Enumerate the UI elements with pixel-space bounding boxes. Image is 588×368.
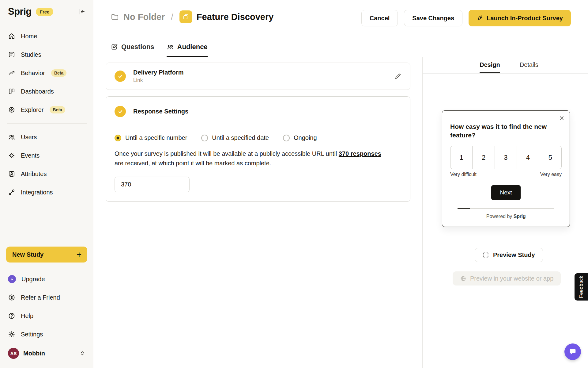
tab-audience-label: Audience	[177, 43, 208, 51]
survey-next-button[interactable]: Next	[491, 185, 520, 200]
new-study-label: New Study	[6, 247, 71, 263]
tab-audience[interactable]: Audience	[167, 43, 208, 57]
tab-details[interactable]: Details	[520, 61, 538, 73]
sidebar-item-attributes[interactable]: Attributes	[4, 165, 89, 183]
home-icon	[8, 33, 15, 40]
delivery-platform-value: Link	[133, 77, 184, 83]
preview-panel: Design Details How easy was it to find t…	[423, 57, 588, 368]
beta-badge: Beta	[51, 69, 66, 77]
sidebar-item-help[interactable]: Help	[4, 307, 89, 325]
sidebar-item-label: Home	[21, 33, 37, 40]
response-settings-title: Response Settings	[133, 108, 188, 115]
new-study-button[interactable]: New Study +	[6, 247, 87, 263]
sidebar-item-dashboards[interactable]: Dashboards	[4, 82, 89, 101]
tab-questions[interactable]: Questions	[111, 43, 154, 57]
radio-button-icon[interactable]	[201, 135, 208, 141]
preview-in-website-button[interactable]: Preview in your website or app	[453, 271, 561, 286]
sidebar-item-settings[interactable]: Settings	[4, 325, 89, 343]
sidebar-item-label: Dashboards	[21, 88, 54, 95]
scale-option-2[interactable]: 2	[473, 146, 495, 169]
pencil-square-icon	[111, 43, 118, 51]
response-settings-card: Response Settings Until a specific numbe…	[106, 96, 410, 202]
delivery-platform-title: Delivery Platform	[133, 69, 184, 76]
sidebar-item-users[interactable]: Users	[4, 128, 89, 146]
header-actions: Cancel Save Changes Launch In-Product Su…	[361, 10, 571, 26]
scale-option-3[interactable]: 3	[495, 146, 517, 169]
sidebar-item-home[interactable]: Home	[4, 27, 89, 45]
rocket-icon	[477, 15, 483, 21]
check-circle-icon	[115, 71, 126, 82]
study-type-icon	[179, 10, 192, 23]
breadcrumb: No Folder / Feature Discovery	[111, 10, 273, 23]
breadcrumb-folder[interactable]: No Folder	[123, 12, 165, 22]
response-count-input[interactable]	[115, 177, 190, 192]
radio-label: Ongoing	[294, 134, 317, 141]
collapse-sidebar-icon[interactable]	[78, 8, 85, 15]
radio-button-icon[interactable]	[115, 135, 121, 141]
plus-icon[interactable]: +	[71, 247, 87, 263]
sidebar-item-label: Behavior	[21, 70, 45, 77]
scale-option-5[interactable]: 5	[539, 146, 561, 169]
sidebar-item-label: Help	[21, 312, 33, 320]
explorer-icon	[8, 106, 15, 113]
sidebar-item-label: Explorer	[21, 106, 43, 113]
sidebar-item-integrations[interactable]: Integrations	[4, 183, 89, 201]
sidebar-item-refer-a-friend[interactable]: Refer a Friend	[4, 288, 89, 307]
expand-icon	[483, 252, 489, 258]
sidebar-item-behavior[interactable]: Behavior Beta	[4, 64, 89, 82]
account-switcher[interactable]: AS Mobbin	[4, 345, 89, 362]
beta-badge: Beta	[50, 106, 65, 113]
sidebar: Sprig Free Home Studies Behavior Beta	[0, 0, 93, 368]
radio-label: Until a specified date	[212, 134, 269, 141]
radio-until-specified-date[interactable]: Until a specified date	[201, 134, 269, 141]
survey-progress-bar	[458, 208, 554, 209]
sidebar-spacer	[4, 201, 89, 247]
radio-label: Until a specific number	[125, 134, 187, 141]
responses-count-emphasis: 370 responses	[339, 150, 381, 157]
response-limit-options: Until a specific number Until a specifie…	[115, 134, 401, 141]
radio-button-icon[interactable]	[283, 135, 290, 141]
dollar-circle-icon	[8, 294, 15, 301]
sidebar-item-label: Users	[21, 134, 37, 141]
preview-study-button[interactable]: Preview Study	[475, 248, 543, 262]
behavior-icon	[8, 69, 15, 77]
sidebar-item-explorer[interactable]: Explorer Beta	[4, 101, 89, 119]
feedback-tab[interactable]: Feedback	[575, 273, 588, 301]
attributes-icon	[8, 170, 15, 178]
sidebar-item-label: Integrations	[21, 189, 53, 196]
preview-study-label: Preview Study	[493, 251, 535, 259]
launch-survey-label: Launch In-Product Survey	[487, 15, 563, 22]
sidebar-item-label: Settings	[21, 331, 43, 338]
sidebar-nav: Home Studies Behavior Beta Dashboards Ex…	[4, 27, 89, 201]
powered-by: Powered by Sprig	[450, 214, 562, 219]
chat-widget-button[interactable]	[564, 343, 581, 360]
sidebar-divider	[7, 123, 87, 124]
cancel-button[interactable]: Cancel	[361, 10, 398, 26]
radio-until-specific-number[interactable]: Until a specific number	[115, 134, 187, 141]
plan-badge: Free	[36, 8, 54, 16]
sidebar-item-studies[interactable]: Studies	[4, 45, 89, 64]
study-tabs: Questions Audience	[111, 43, 208, 57]
sidebar-item-label: Refer a Friend	[21, 294, 60, 301]
unfold-icon	[79, 350, 85, 356]
integrations-icon	[8, 189, 15, 196]
delivery-platform-card[interactable]: Delivery Platform Link	[106, 63, 410, 90]
scale-option-1[interactable]: 1	[450, 146, 473, 169]
save-changes-button[interactable]: Save Changes	[404, 10, 462, 26]
scale-option-4[interactable]: 4	[517, 146, 539, 169]
sidebar-item-events[interactable]: Events	[4, 146, 89, 165]
radio-ongoing[interactable]: Ongoing	[283, 134, 317, 141]
sidebar-item-label: Attributes	[21, 171, 47, 178]
tab-design[interactable]: Design	[480, 61, 500, 73]
delivery-platform-texts: Delivery Platform Link	[133, 69, 184, 83]
sidebar-item-label: Events	[21, 152, 40, 159]
close-icon[interactable]	[559, 115, 565, 121]
scale-label-right: Very easy	[540, 172, 562, 177]
edit-delivery-platform-icon[interactable]	[394, 73, 401, 80]
gear-icon	[8, 331, 15, 338]
check-circle-icon	[115, 106, 126, 117]
sidebar-item-upgrade[interactable]: Upgrade	[4, 270, 89, 288]
launch-survey-button[interactable]: Launch In-Product Survey	[469, 10, 571, 26]
studies-icon	[8, 51, 15, 58]
upgrade-icon	[8, 275, 16, 283]
